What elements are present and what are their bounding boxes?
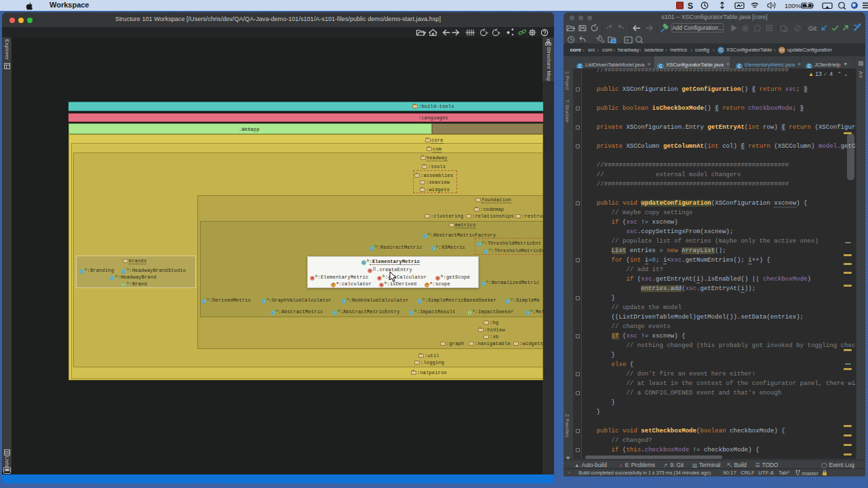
svg-text:Git:: Git: xyxy=(808,25,818,32)
svg-text:100%: 100% xyxy=(785,2,802,9)
svg-text:S: S xyxy=(688,1,693,9)
